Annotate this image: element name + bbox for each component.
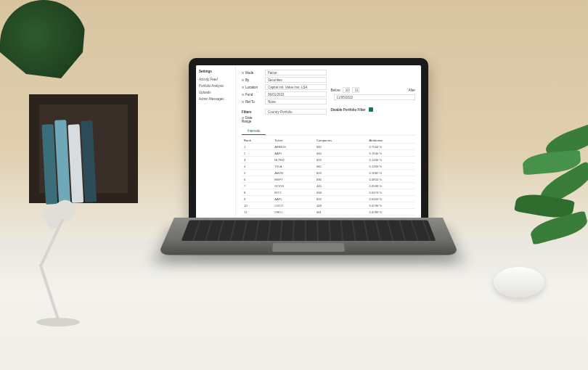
label-filters: Filters: [242, 110, 262, 114]
cell-companies: 836: [314, 176, 367, 183]
plant-left: [0, 0, 87, 87]
cell-companies: 846: [314, 144, 367, 150]
laptop: Settings Activity Feed Portfolio Analysi…: [174, 58, 443, 276]
cell-ticker: INTC: [272, 189, 314, 196]
table-row[interactable]: 11ORCL6810.0280 %: [242, 209, 415, 215]
col-ticker[interactable]: Ticker: [272, 137, 314, 144]
label-relto: Rel To: [245, 100, 255, 104]
desk-scene: Settings Activity Feed Portfolio Analysi…: [0, 0, 588, 370]
cell-companies: 448: [314, 202, 367, 209]
cell-companies: 826: [314, 157, 367, 163]
table-row[interactable]: 6MSFT8360.0810 %: [242, 176, 415, 183]
cell-ticker: MSFT: [272, 176, 314, 183]
field-location: Location Capital Intl. Value Inst. LSA: [242, 84, 327, 90]
table-row[interactable]: 10CSCO4480.0290 %: [242, 202, 415, 209]
field-relto: Rel To None: [242, 99, 327, 104]
books: [41, 115, 97, 204]
cell-rank: 11: [242, 209, 272, 215]
cell-attr: 0.0590 %: [367, 183, 415, 189]
label-mode: Mode: [245, 71, 253, 75]
cell-ticker: AIRBUS: [272, 144, 314, 150]
cell-companies: 445: [314, 183, 367, 189]
sidebar-item-admin-messages[interactable]: Admin Messages: [199, 96, 232, 102]
field-mode: Mode Factor: [242, 70, 327, 75]
before-after-row: Before 10 11 After: [331, 87, 416, 93]
input-filters[interactable]: Country Portfolio: [265, 109, 327, 115]
label-after: After: [408, 89, 415, 92]
field-by: By Securities: [242, 77, 327, 83]
main-panel: Mode Factor By Securities Location Capit…: [236, 65, 421, 236]
cell-ticker: ORCL: [272, 209, 314, 215]
table-row[interactable]: 9AAPL8260.0460 %: [242, 196, 415, 202]
cell-companies: 846: [314, 150, 367, 157]
laptop-screen-bezel: Settings Activity Feed Portfolio Analysi…: [189, 58, 428, 243]
sidebar-item-uploads[interactable]: Uploads: [199, 89, 232, 96]
cell-attr: 0.1399 %: [367, 163, 415, 170]
col-attribution[interactable]: Attribution: [367, 137, 415, 144]
cell-companies: 681: [314, 209, 367, 215]
cell-rank: 5: [242, 170, 272, 176]
col-companies[interactable]: Companies: [314, 137, 367, 144]
cell-ticker: GOOG: [272, 183, 314, 189]
cell-ticker: HLPHX: [272, 157, 314, 163]
cell-rank: 3: [242, 157, 272, 163]
field-date-range: Date Range: [242, 116, 327, 123]
table-row[interactable]: 5AMZN8260.1082 %: [242, 170, 415, 176]
input-before-1[interactable]: 10: [343, 87, 350, 93]
cell-attr: 0.0290 %: [367, 202, 415, 209]
input-location[interactable]: Capital Intl. Value Inst. LSA: [265, 84, 327, 90]
cell-rank: 9: [242, 196, 272, 202]
cell-rank: 4: [242, 163, 272, 170]
table-row[interactable]: 8INTC6680.0470 %: [242, 189, 415, 196]
app-screen: Settings Activity Feed Portfolio Analysi…: [196, 65, 421, 236]
mouse: [494, 267, 544, 297]
table-row[interactable]: 3HLPHX8260.1496 %: [242, 157, 415, 163]
cell-rank: 2: [242, 150, 272, 157]
input-mode[interactable]: Factor: [265, 70, 327, 75]
cell-ticker: AAPL: [272, 196, 314, 202]
cell-attr: 0.1082 %: [367, 170, 415, 176]
cell-ticker: TSLA: [272, 163, 314, 170]
cell-ticker: CSCO: [272, 202, 314, 209]
cell-rank: 7: [242, 183, 272, 189]
sidebar-item-portfolio-analysis[interactable]: Portfolio Analysis: [199, 83, 232, 89]
cell-attr: 0.0280 %: [367, 209, 415, 215]
table-row[interactable]: 7GOOG4450.0590 %: [242, 183, 415, 189]
sidebar: Settings Activity Feed Portfolio Analysi…: [196, 65, 236, 236]
laptop-keyboard: [158, 218, 459, 255]
col-rank[interactable]: Rank: [242, 137, 272, 144]
label-location: Location: [245, 86, 258, 89]
input-to-date[interactable]: 11/05/2022: [334, 94, 416, 100]
input-relto[interactable]: None: [265, 99, 327, 104]
cell-companies: 668: [314, 189, 367, 196]
cell-rank: 6: [242, 176, 272, 183]
cell-ticker: AMZN: [272, 170, 314, 176]
checkbox-disable-portfolio[interactable]: [369, 107, 373, 112]
cell-attr: 0.7504 %: [367, 144, 415, 150]
tabs: Intervals: [242, 128, 415, 136]
cell-rank: 1: [242, 144, 272, 150]
label-before: Before: [331, 89, 340, 92]
cell-companies: 826: [314, 170, 367, 176]
sidebar-item-activity-feed[interactable]: Activity Feed: [199, 76, 232, 83]
table-row[interactable]: 1AIRBUS8460.7504 %: [242, 144, 415, 150]
cell-companies: 826: [314, 196, 367, 202]
desk-lamp: [22, 196, 109, 326]
label-disable-portfolio: Disable Portfolio Filter: [331, 108, 366, 112]
cell-attr: 0.0460 %: [367, 196, 415, 202]
tab-intervals[interactable]: Intervals: [242, 128, 266, 135]
input-by[interactable]: Securities: [265, 77, 327, 83]
sidebar-header: Settings: [199, 70, 232, 73]
table-row[interactable]: 2AAPL8460.1946 %: [242, 150, 415, 157]
cell-rank: 8: [242, 189, 272, 196]
field-fund: Fund 06/01/2022: [242, 91, 327, 97]
input-before-2[interactable]: 11: [352, 87, 359, 93]
label-by: By: [245, 78, 249, 82]
cell-attr: 0.1496 %: [367, 157, 415, 163]
label-fund: Fund: [245, 93, 253, 96]
plant-right: [486, 131, 588, 276]
disable-portfolio-row: Disable Portfolio Filter: [331, 107, 416, 112]
input-fund[interactable]: 06/01/2022: [265, 91, 327, 97]
cell-rank: 10: [242, 202, 272, 209]
table-row[interactable]: 4TSLA6820.1399 %: [242, 163, 415, 170]
